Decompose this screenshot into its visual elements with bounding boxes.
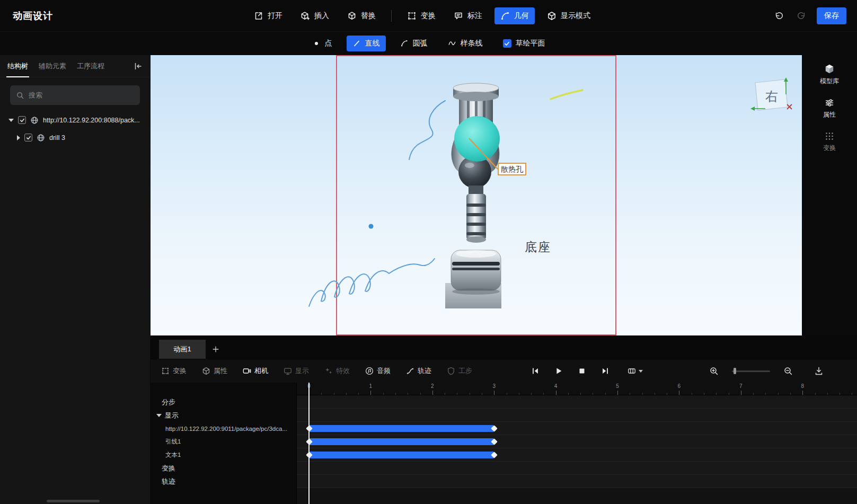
sketch-plane-checkbox[interactable] bbox=[503, 39, 511, 48]
ruler-tick bbox=[457, 393, 457, 395]
display-mode-button[interactable]: 显示模式 bbox=[541, 7, 596, 24]
tool-trajectory[interactable]: 轨迹 bbox=[406, 366, 431, 376]
timeline-track-area[interactable]: 012345678 bbox=[297, 383, 857, 504]
transform-button[interactable]: 变换 bbox=[401, 7, 441, 24]
timeline-ruler[interactable]: 012345678 bbox=[297, 383, 857, 395]
play-button[interactable] bbox=[553, 366, 564, 376]
point-tool[interactable]: 点 bbox=[306, 36, 338, 51]
spline-tool[interactable]: 样条线 bbox=[442, 36, 489, 51]
tree-item-drill3[interactable]: drill 3 bbox=[0, 129, 150, 146]
view-gizmo[interactable]: 右 bbox=[750, 77, 792, 111]
timeline-row[interactable] bbox=[297, 422, 857, 435]
timeline-row[interactable] bbox=[297, 409, 857, 422]
tree-checkbox[interactable] bbox=[18, 116, 26, 124]
zoom-slider[interactable] bbox=[732, 367, 770, 375]
tool-effects[interactable]: 特效 bbox=[324, 366, 350, 376]
ruler-tick bbox=[543, 393, 544, 395]
export-button[interactable] bbox=[814, 366, 824, 376]
playback-speed-dropdown[interactable] bbox=[628, 367, 643, 375]
timeline-clip-bar[interactable] bbox=[309, 425, 494, 432]
sketch-curve-lower[interactable] bbox=[309, 259, 435, 306]
collapse-panel-button[interactable] bbox=[133, 61, 143, 71]
viewport-3d[interactable]: 右 散热孔 底座 bbox=[151, 55, 802, 335]
tool-transform[interactable]: 变换 bbox=[161, 366, 187, 376]
tab-process-flow[interactable]: 工序流程 bbox=[77, 61, 104, 71]
redo-button[interactable] bbox=[794, 9, 808, 23]
undo-button[interactable] bbox=[772, 9, 786, 23]
open-button[interactable]: 打开 bbox=[248, 7, 288, 24]
sketch-curve-upper[interactable] bbox=[409, 101, 445, 160]
timeline-row[interactable] bbox=[297, 462, 857, 475]
tool-audio[interactable]: 音频 bbox=[365, 366, 391, 376]
ruler-tick bbox=[630, 393, 630, 395]
timeline-track-package[interactable]: http://10.122.92.200:9011/package/pc/3dc… bbox=[151, 422, 296, 435]
timeline-clip-bar[interactable] bbox=[309, 452, 494, 458]
timeline-section-steps[interactable]: 分步 bbox=[151, 395, 296, 409]
zoom-slider-thumb[interactable] bbox=[734, 368, 736, 374]
base-caption[interactable]: 底座 bbox=[525, 239, 551, 255]
save-button[interactable]: 保存 bbox=[817, 7, 846, 24]
search-input[interactable] bbox=[29, 91, 134, 99]
tree-checkbox[interactable] bbox=[24, 134, 32, 142]
arc-tool[interactable]: 圆弧 bbox=[394, 36, 434, 51]
sketch-point[interactable] bbox=[369, 224, 374, 229]
ruler-tick bbox=[358, 393, 359, 395]
tab-structure-tree[interactable]: 结构树 bbox=[7, 61, 28, 71]
geometry-label: 几何 bbox=[514, 11, 529, 21]
expand-caret-icon[interactable] bbox=[8, 119, 14, 122]
animation-tab[interactable]: 动画1 bbox=[159, 340, 206, 359]
rail-item-model-library[interactable]: 模型库 bbox=[820, 64, 839, 86]
timeline-row[interactable] bbox=[297, 448, 857, 462]
sketch-plane-toggle[interactable]: 草绘平面 bbox=[497, 36, 551, 51]
zoom-out-button[interactable] bbox=[783, 366, 793, 376]
tool-properties[interactable]: 属性 bbox=[202, 366, 227, 376]
sketch-line-yellow[interactable] bbox=[551, 90, 582, 99]
annotate-icon bbox=[454, 11, 463, 21]
tool-display[interactable]: 显示 bbox=[284, 366, 309, 376]
monitor-icon bbox=[284, 367, 292, 375]
zoom-in-button[interactable] bbox=[709, 366, 719, 376]
insert-button[interactable]: 插入 bbox=[295, 7, 335, 24]
audio-icon bbox=[365, 367, 374, 375]
line-tool[interactable]: 直线 bbox=[347, 36, 386, 51]
tool-camera[interactable]: 相机 bbox=[243, 366, 268, 376]
collapsed-caret-icon[interactable] bbox=[17, 135, 20, 140]
geometry-button[interactable]: 几何 bbox=[494, 7, 535, 24]
tool-workstep[interactable]: 工步 bbox=[447, 366, 472, 376]
base-model[interactable] bbox=[445, 250, 501, 308]
timeline-row[interactable] bbox=[297, 435, 857, 448]
timeline-clip-bar[interactable] bbox=[309, 438, 494, 445]
tab-auxiliary-elements[interactable]: 辅助元素 bbox=[39, 61, 66, 71]
ruler-tick bbox=[482, 393, 482, 395]
add-animation-button[interactable] bbox=[206, 340, 226, 359]
tree-item-package[interactable]: http://10.122.92.200:8088/pack... bbox=[0, 111, 150, 129]
timeline-row[interactable] bbox=[297, 395, 857, 409]
ruler-number: 2 bbox=[431, 383, 434, 389]
collapse-left-icon bbox=[133, 61, 143, 71]
tool-label: 变换 bbox=[173, 366, 187, 376]
prev-frame-button[interactable] bbox=[530, 366, 541, 376]
rail-item-properties[interactable]: 属性 bbox=[823, 98, 836, 119]
stop-button[interactable] bbox=[577, 366, 587, 376]
annotate-button[interactable]: 标注 bbox=[448, 7, 488, 24]
ruler-tick bbox=[346, 393, 347, 395]
rail-item-transform[interactable]: 变换 bbox=[823, 131, 836, 153]
timeline-section-transform[interactable]: 变换 bbox=[151, 462, 296, 475]
timeline-row[interactable] bbox=[297, 475, 857, 488]
search-box[interactable] bbox=[10, 85, 140, 105]
annotation-label[interactable]: 散热孔 bbox=[498, 163, 526, 175]
undo-icon bbox=[774, 11, 784, 21]
replace-button[interactable]: 替换 bbox=[341, 7, 382, 24]
timeline-section-trajectory[interactable]: 轨迹 bbox=[151, 475, 296, 488]
geometry-toolbar: 点 直线 圆弧 样条线 草绘平面 bbox=[0, 32, 857, 55]
highlighted-heat-hole[interactable] bbox=[454, 116, 500, 162]
next-frame-button[interactable] bbox=[600, 366, 611, 376]
timeline-section-display[interactable]: 显示 bbox=[151, 409, 296, 422]
timeline-track-labels: 分步 显示 http://10.122.92.200:9011/package/… bbox=[151, 383, 297, 504]
timeline-track-text1[interactable]: 文本1 bbox=[151, 448, 296, 462]
collapse-caret-icon[interactable] bbox=[156, 414, 162, 417]
horizontal-scrollbar[interactable] bbox=[47, 500, 100, 502]
spline-label: 样条线 bbox=[461, 39, 483, 48]
timeline-playhead[interactable] bbox=[308, 383, 310, 504]
timeline-track-leader1[interactable]: 引线1 bbox=[151, 435, 296, 448]
